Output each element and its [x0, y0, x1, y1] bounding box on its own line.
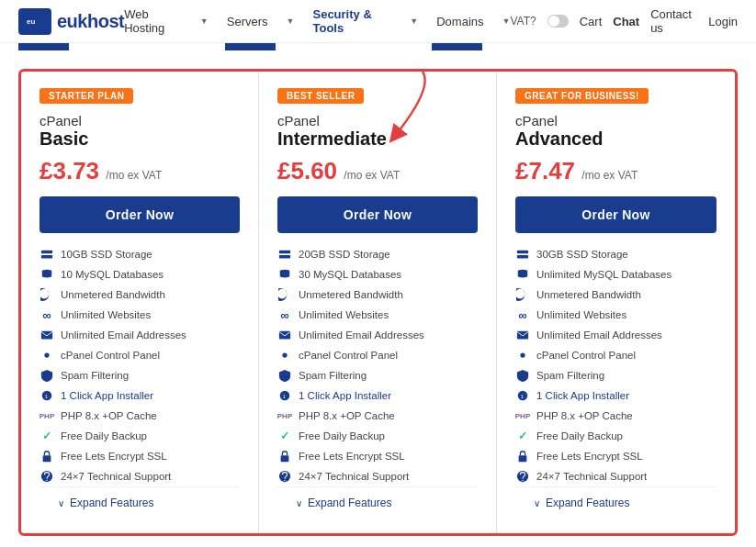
cpanel-icon — [39, 348, 54, 363]
bandwidth-icon — [39, 287, 54, 302]
svg-rect-19 — [281, 455, 289, 462]
svg-text:1: 1 — [282, 393, 286, 399]
plan-price-advanced: £7.47 /mo ex VAT — [515, 157, 717, 185]
storage-icon — [515, 247, 530, 262]
order-btn-intermediate[interactable]: Order Now — [277, 196, 478, 233]
bandwidth-icon — [515, 287, 530, 302]
plan-badge-intermediate: BEST SELLER — [277, 88, 364, 104]
nav-servers[interactable]: Servers — [227, 15, 268, 28]
svg-point-31 — [522, 480, 523, 481]
order-btn-advanced[interactable]: Order Now — [515, 196, 717, 233]
list-item: Unmetered Bandwidth — [277, 285, 478, 305]
php-icon: PHP — [39, 408, 54, 423]
list-item: Unlimited Email Addresses — [515, 325, 717, 345]
list-item: Free Lets Encrypt SSL — [515, 446, 717, 466]
list-item: Free Lets Encrypt SSL — [277, 446, 478, 466]
nav-right: VAT? Cart Chat Contact us Login — [510, 7, 738, 35]
cart-link[interactable]: Cart — [580, 15, 603, 28]
svg-point-16 — [282, 352, 287, 357]
svg-rect-5 — [41, 331, 52, 340]
expand-features-basic[interactable]: ∨ Expand Features — [39, 486, 240, 519]
svg-point-6 — [44, 352, 49, 357]
logo-icon: eu — [18, 8, 51, 35]
svg-rect-23 — [517, 255, 528, 259]
plans-section: STARTER PLAN cPanel Basic £3.73 /mo ex V… — [0, 50, 756, 545]
ssl-icon — [39, 449, 54, 463]
nav-dropdown-icon-4: ▼ — [502, 17, 511, 26]
nav-web-hosting[interactable]: Web Hosting — [124, 7, 182, 35]
websites-icon: ∞ — [515, 307, 530, 322]
nav-dropdown-icon-3: ▼ — [410, 17, 418, 26]
order-btn-basic[interactable]: Order Now — [39, 196, 240, 233]
logo[interactable]: eu eukhost — [18, 8, 124, 35]
list-item: Spam Filtering — [277, 365, 478, 385]
expand-features-advanced[interactable]: ∨ Expand Features — [515, 486, 717, 519]
contact-link[interactable]: Contact us — [650, 7, 697, 35]
expand-features-intermediate[interactable]: ∨ Expand Features — [277, 486, 478, 519]
svg-rect-12 — [279, 251, 290, 254]
logo-text: eukhost — [57, 11, 124, 32]
list-item: cPanel Control Panel — [39, 345, 240, 365]
list-item: ∞Unlimited Websites — [277, 305, 478, 325]
order-btn-wrap-advanced: Order Now — [515, 196, 717, 233]
list-item: Unlimited Email Addresses — [39, 325, 240, 345]
list-item: cPanel Control Panel — [515, 345, 717, 365]
chat-link[interactable]: Chat — [613, 15, 639, 28]
plan-name-advanced: cPanel Advanced — [515, 113, 717, 150]
vat-toggle[interactable] — [547, 15, 569, 28]
list-item: 30 MySQL Databases — [277, 264, 478, 285]
nav-dropdown-icon-2: ▼ — [287, 17, 295, 26]
list-item: ∞ Unlimited Websites — [39, 305, 240, 325]
list-item: Spam Filtering — [515, 365, 717, 385]
support-icon — [515, 469, 530, 484]
svg-rect-29 — [519, 455, 527, 462]
list-item: ✓Free Daily Backup — [277, 426, 478, 446]
blue-strip-3 — [432, 43, 482, 50]
support-icon — [277, 469, 292, 484]
svg-text:1: 1 — [520, 393, 524, 399]
plan-name-intermediate: cPanel Intermediate — [277, 113, 478, 150]
storage-icon — [277, 247, 292, 262]
plan-name-basic: cPanel Basic — [39, 113, 240, 150]
installer-icon: 1 — [39, 388, 54, 403]
websites-icon: ∞ — [277, 307, 292, 322]
plan-intermediate: BEST SELLER cPanel Intermediate £5.60 /m… — [259, 72, 497, 533]
list-item: Spam Filtering — [39, 365, 240, 385]
features-list-intermediate: 20GB SSD Storage 30 MySQL Databases Unme… — [277, 244, 478, 486]
nav-security-tools[interactable]: Security & Tools — [312, 7, 391, 35]
email-icon — [277, 328, 292, 342]
list-item: Unmetered Bandwidth — [515, 285, 717, 305]
nav-links: Web Hosting ▼ Servers ▼ Security & Tools… — [124, 7, 510, 35]
list-item: 20GB SSD Storage — [277, 244, 478, 264]
chevron-down-icon: ∨ — [296, 498, 302, 508]
spam-icon — [515, 368, 530, 383]
list-item: ✓ Free Daily Backup — [39, 426, 240, 446]
storage-icon — [39, 247, 54, 262]
svg-rect-2 — [41, 251, 52, 254]
list-item: 11 Click App Installer — [277, 385, 478, 406]
cpanel-icon — [277, 348, 292, 363]
email-icon — [515, 328, 530, 342]
features-list-basic: 10GB SSD Storage 10 MySQL Databases Unme… — [39, 244, 240, 486]
order-btn-wrap-intermediate: Order Now — [277, 196, 478, 233]
list-item: PHP PHP 8.x +OP Cache — [39, 406, 240, 426]
plan-price-basic: £3.73 /mo ex VAT — [39, 157, 240, 185]
list-item: Unlimited Email Addresses — [277, 325, 478, 345]
plan-basic: STARTER PLAN cPanel Basic £3.73 /mo ex V… — [21, 72, 259, 533]
installer-icon: 1 — [515, 388, 530, 403]
list-item: PHPPHP 8.x +OP Cache — [277, 406, 478, 426]
list-item: Unmetered Bandwidth — [39, 285, 240, 305]
nav-domains[interactable]: Domains — [436, 15, 483, 28]
support-icon — [39, 469, 54, 484]
svg-rect-22 — [517, 251, 528, 254]
svg-point-26 — [520, 352, 525, 357]
ssl-icon — [277, 449, 292, 463]
vat-label: VAT? — [510, 15, 536, 28]
plan-badge-advanced: GREAT FOR BUSINESS! — [515, 88, 649, 104]
list-item: 30GB SSD Storage — [515, 244, 717, 264]
svg-rect-3 — [41, 255, 52, 259]
login-link[interactable]: Login — [708, 15, 738, 28]
chevron-down-icon: ∨ — [534, 498, 540, 508]
php-icon: PHP — [277, 408, 292, 423]
chevron-down-icon: ∨ — [58, 498, 64, 508]
